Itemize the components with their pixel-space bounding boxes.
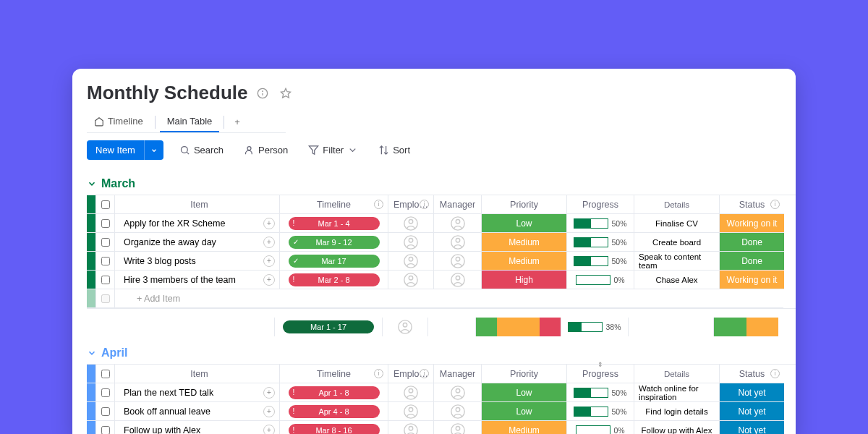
person-icon[interactable] xyxy=(450,272,466,288)
column-header-manager[interactable]: Manager xyxy=(434,195,482,214)
cell-item[interactable]: Organize the away day+ xyxy=(115,233,280,252)
cell-details[interactable]: Chase Alex xyxy=(634,271,720,289)
person-icon[interactable] xyxy=(403,422,419,435)
select-all-checkbox[interactable] xyxy=(96,365,115,383)
table-row[interactable]: Follow up with Alex+!Mar 8 - 16Medium0%F… xyxy=(87,421,796,434)
add-subitem-icon[interactable]: + xyxy=(263,425,275,435)
cell-progress[interactable]: 50% xyxy=(567,402,634,421)
column-header-employee[interactable]: Emplo…i xyxy=(388,365,434,383)
cell-details[interactable]: Finalise CV xyxy=(634,214,720,233)
column-header-progress[interactable]: ⇕Progress xyxy=(567,365,634,383)
person-icon[interactable] xyxy=(403,385,419,401)
cell-priority[interactable]: Medium xyxy=(482,252,567,271)
person-icon[interactable] xyxy=(450,422,466,435)
table-row[interactable]: Apply for the XR Scheme+!Mar 1 - 4Low50%… xyxy=(87,214,796,233)
add-item-button[interactable]: + Add Item xyxy=(115,289,783,308)
column-header-priority[interactable]: Priority xyxy=(482,195,567,214)
cell-details[interactable]: Speak to content team xyxy=(634,252,720,271)
add-subitem-icon[interactable]: + xyxy=(263,387,275,399)
cell-timeline[interactable]: !Mar 2 - 8 xyxy=(280,271,388,289)
group-header-april[interactable]: April xyxy=(87,346,796,359)
cell-timeline[interactable]: ✓Mar 17 xyxy=(280,252,388,271)
cell-status[interactable]: Not yet xyxy=(720,383,784,402)
cell-manager[interactable] xyxy=(434,214,482,233)
group-header-march[interactable]: March xyxy=(87,177,796,190)
person-icon[interactable] xyxy=(403,234,419,250)
person-icon[interactable] xyxy=(450,253,466,269)
cell-progress[interactable]: 50% xyxy=(567,233,634,252)
cell-employee[interactable] xyxy=(388,383,434,402)
cell-item[interactable]: Plan the next TED talk+ xyxy=(115,383,280,402)
column-header-details[interactable]: Details xyxy=(634,195,720,214)
table-row[interactable]: Organize the away day+✓Mar 9 - 12Medium5… xyxy=(87,233,796,252)
person-icon[interactable] xyxy=(450,234,466,250)
column-header-priority[interactable]: Priority xyxy=(482,365,567,383)
table-row[interactable]: Hire 3 members of the team+!Mar 2 - 8Hig… xyxy=(87,271,796,289)
add-subitem-icon[interactable]: + xyxy=(263,406,275,417)
cell-priority[interactable]: Medium xyxy=(482,421,567,434)
info-icon[interactable]: i xyxy=(374,200,383,209)
search-button[interactable]: Search xyxy=(175,142,228,158)
cell-item[interactable]: Write 3 blog posts+ xyxy=(115,252,280,271)
cell-status[interactable]: Not yet xyxy=(720,421,784,434)
add-subitem-icon[interactable]: + xyxy=(263,218,275,229)
cell-employee[interactable] xyxy=(388,421,434,434)
cell-manager[interactable] xyxy=(434,402,482,421)
person-icon[interactable] xyxy=(397,319,413,335)
cell-manager[interactable] xyxy=(434,271,482,289)
cell-progress[interactable]: 50% xyxy=(567,383,634,402)
person-icon[interactable] xyxy=(403,216,419,231)
cell-employee[interactable] xyxy=(388,271,434,289)
person-button[interactable]: Person xyxy=(239,142,292,158)
column-header-timeline[interactable]: Timelinei xyxy=(280,195,388,214)
cell-priority[interactable]: Low xyxy=(482,383,567,402)
cell-item[interactable]: Hire 3 members of the team+ xyxy=(115,271,280,289)
cell-timeline[interactable]: !Mar 1 - 4 xyxy=(280,214,388,233)
cell-item[interactable]: Follow up with Alex+ xyxy=(115,421,280,434)
table-row[interactable]: Write 3 blog posts+✓Mar 17Medium50%Speak… xyxy=(87,252,796,271)
info-icon[interactable] xyxy=(255,85,271,101)
cell-timeline[interactable]: ✓Mar 9 - 12 xyxy=(280,233,388,252)
cell-employee[interactable] xyxy=(388,233,434,252)
column-header-manager[interactable]: Manager xyxy=(434,365,482,383)
row-checkbox[interactable] xyxy=(96,233,115,252)
column-header-employee[interactable]: Emplo…i xyxy=(388,195,434,214)
cell-item[interactable]: Apply for the XR Scheme+ xyxy=(115,214,280,233)
add-subitem-icon[interactable]: + xyxy=(263,255,275,267)
cell-status[interactable]: Done xyxy=(720,233,784,252)
drag-handle-icon[interactable]: ⇕ xyxy=(597,361,603,368)
cell-priority[interactable]: Medium xyxy=(482,233,567,252)
cell-manager[interactable] xyxy=(434,233,482,252)
column-header-item[interactable]: Item xyxy=(115,195,280,214)
column-header-status[interactable]: Statusi xyxy=(720,365,784,383)
cell-manager[interactable] xyxy=(434,383,482,402)
cell-manager[interactable] xyxy=(434,421,482,434)
add-subitem-icon[interactable]: + xyxy=(263,274,275,286)
column-header-status[interactable]: Statusi xyxy=(720,195,784,214)
column-header-item[interactable]: Item xyxy=(115,365,280,383)
column-header-timeline[interactable]: Timelinei xyxy=(280,365,388,383)
cell-employee[interactable] xyxy=(388,402,434,421)
cell-priority[interactable]: Low xyxy=(482,214,567,233)
cell-timeline[interactable]: !Apr 4 - 8 xyxy=(280,402,388,421)
table-row[interactable]: Plan the next TED talk+!Apr 1 - 8Low50%W… xyxy=(87,383,796,402)
info-icon[interactable]: i xyxy=(420,369,429,378)
cell-status[interactable]: Working on it xyxy=(720,271,784,289)
info-icon[interactable]: i xyxy=(770,369,780,378)
cell-employee[interactable] xyxy=(388,214,434,233)
select-all-checkbox[interactable] xyxy=(96,195,115,214)
cell-status[interactable]: Not yet xyxy=(720,402,784,421)
cell-timeline[interactable]: !Apr 1 - 8 xyxy=(280,383,388,402)
cell-employee[interactable] xyxy=(388,252,434,271)
cell-details[interactable]: Create board xyxy=(634,233,720,252)
person-icon[interactable] xyxy=(450,216,466,231)
new-item-dropdown[interactable] xyxy=(144,140,163,160)
info-icon[interactable]: i xyxy=(374,369,383,378)
cell-timeline[interactable]: !Mar 8 - 16 xyxy=(280,421,388,434)
cell-progress[interactable]: 50% xyxy=(567,214,634,233)
tab-timeline[interactable]: Timeline xyxy=(87,111,150,132)
cell-status[interactable]: Done xyxy=(720,252,784,271)
person-icon[interactable] xyxy=(403,253,419,269)
filter-button[interactable]: Filter xyxy=(304,142,362,158)
info-icon[interactable]: i xyxy=(770,200,780,209)
